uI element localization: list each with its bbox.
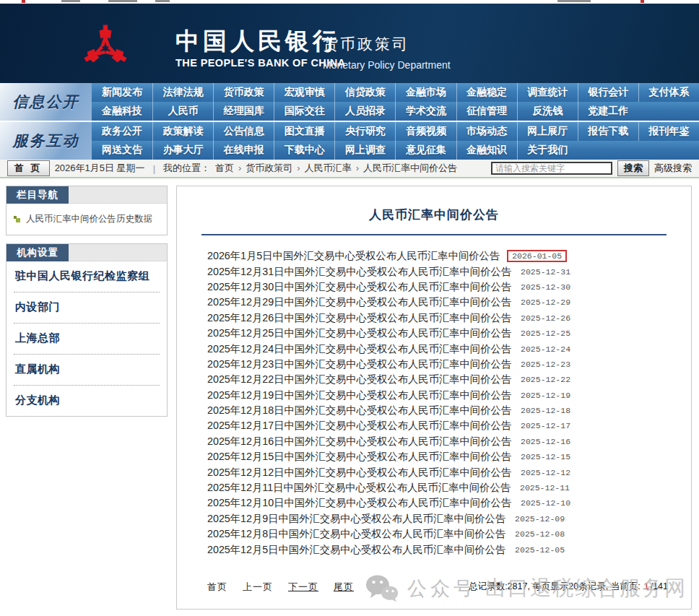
stats-text: 总记录数:2817, 每页显示20条记录, 当前页: [469,581,641,591]
menu-item[interactable]: 网上调查 [334,141,395,160]
breadcrumb-item[interactable]: 首页 [215,162,234,173]
sidebar-org-item[interactable]: 直属机构 [14,355,160,386]
site-header: 中国人民银行 THE PEOPLE'S BANK OF CHINA 货币政策司 … [0,4,699,83]
menu-item[interactable]: 网送文告 [92,141,152,160]
menu-row: 网送文告办事大厅在线申报下载中心网上调查意见征集金融知识关于我们 [92,141,699,160]
announcement-row: 2025年12月12日中国外汇交易中心受权公布人民币汇率中间价公告2025-12… [199,464,669,480]
menu-item[interactable]: 金融市场 [395,83,456,102]
current-page-number: 1 [644,581,649,591]
menu-item[interactable]: 音频视频 [395,122,456,141]
pagination-link[interactable]: 下一页 [288,581,318,592]
announcement-row: 2025年12月24日中国外汇交易中心受权公布人民币汇率中间价公告2025-12… [199,341,669,356]
menu-item[interactable]: 金融科技 [92,102,152,121]
announcement-link[interactable]: 2025年12月22日中国外汇交易中心受权公布人民币汇率中间价公告 [207,373,511,386]
menu-item[interactable]: 学术交流 [395,102,456,121]
menu-item[interactable]: 调查统计 [517,83,578,102]
announcement-link[interactable]: 2025年12月19日中国外汇交易中心受权公布人民币汇率中间价公告 [207,389,511,402]
menu-item[interactable]: 图文直播 [274,122,334,141]
announcement-link[interactable]: 2025年12月15日中国外汇交易中心受权公布人民币汇率中间价公告 [207,450,511,464]
home-button[interactable]: 首 页 [7,160,50,176]
announcement-link[interactable]: 2025年12月23日中国外汇交易中心受权公布人民币汇率中间价公告 [207,357,511,371]
menu-row: 政务公开政策解读公告信息图文直播央行研究音频视频市场动态网上展厅报告下载报刊年鉴 [92,122,699,141]
announcement-date: 2025-12-09 [515,514,565,524]
announcement-link[interactable]: 2025年12月5日中国外汇交易中心受权公布人民币汇率中间价公告 [207,543,505,557]
menu-item[interactable]: 政务公开 [92,122,152,141]
advanced-search-link[interactable]: 高级搜索 [654,162,692,175]
announcement-date: 2025-12-30 [521,282,570,292]
menu-item[interactable]: 法律法规 [152,83,213,102]
menu-item[interactable]: 宏观审慎 [274,83,334,102]
announcement-date: 2025-12-16 [521,437,570,446]
menu-group-label: 信息公开 [0,83,92,121]
menu-group-2: 服务互动政务公开政策解读公告信息图文直播央行研究音频视频市场动态网上展厅报告下载… [0,122,699,160]
menu-item[interactable]: 新闻发布 [92,83,152,102]
announcement-link[interactable]: 2025年12月8日中国外汇交易中心受权公布人民币汇率中间价公告 [207,527,505,541]
announcement-link[interactable]: 2025年12月10日中国外汇交易中心受权公布人民币汇率中间价公告 [207,496,511,510]
menu-item[interactable]: 人民币 [152,102,213,121]
clipped-red-icon [641,0,644,3]
announcement-row: 2025年12月15日中国外汇交易中心受权公布人民币汇率中间价公告2025-12… [199,449,669,464]
menu-item[interactable]: 市场动态 [456,122,517,141]
pagination-link[interactable]: 尾页 [334,581,354,592]
menu-item[interactable]: 货币政策 [213,83,274,102]
menu-item[interactable]: 报告下载 [578,122,638,141]
breadcrumb-item[interactable]: 人民币汇率 [305,162,352,173]
location-label: 我的位置： [163,162,210,175]
search-button[interactable]: 搜索 [617,160,649,176]
menu-item[interactable]: 金融知识 [456,141,517,160]
menu-item[interactable]: 金融稳定 [456,83,517,102]
announcement-link[interactable]: 2025年12月11日中国外汇交易中心受权公布人民币汇率中间价公告 [207,481,511,495]
menu-group-rows: 政务公开政策解读公告信息图文直播央行研究音频视频市场动态网上展厅报告下载报刊年鉴… [92,122,699,160]
sidebar-nav-title: 栏目导航 [6,186,69,204]
sidebar-org-item[interactable]: 内设部门 [14,292,160,324]
menu-item[interactable]: 信贷政策 [334,83,395,102]
announcement-link[interactable]: 2025年12月17日中国外汇交易中心受权公布人民币汇率中间价公告 [207,419,511,433]
sidebar-item-history-data[interactable]: 人民币汇率中间价公告历史数据 [6,204,167,235]
announcement-link[interactable]: 2025年12月30日中国外汇交易中心受权公布人民币汇率中间价公告 [207,280,511,294]
announcement-link[interactable]: 2025年12月24日中国外汇交易中心受权公布人民币汇率中间价公告 [207,342,511,356]
clipped-text-fragment [61,0,80,2]
announcement-date-highlighted: 2026-01-05 [507,250,567,262]
pagination-link[interactable]: 首页 [207,581,227,592]
sidebar-org-item[interactable]: 分支机构 [14,386,160,416]
menu-item[interactable]: 报刊年鉴 [638,122,699,141]
announcement-link[interactable]: 2025年12月25日中国外汇交易中心受权公布人民币汇率中间价公告 [207,326,511,340]
menu-item[interactable]: 人员招录 [334,102,395,121]
menu-item[interactable]: 在线申报 [213,141,274,160]
sidebar-org-item[interactable]: 驻中国人民银行纪检监察组 [14,261,160,292]
menu-item[interactable]: 公告信息 [213,122,274,141]
menu-item[interactable]: 关于我们 [517,141,578,160]
menu-item[interactable]: 办事大厅 [152,141,213,160]
menu-item[interactable]: 国际交往 [274,102,334,121]
menu-item[interactable]: 下载中心 [274,141,334,160]
record-stats: 总记录数:2817, 每页显示20条记录, 当前页:1/141 [469,581,668,593]
total-pages: /141 [651,581,668,591]
announcement-link[interactable]: 2025年12月16日中国外汇交易中心受权公布人民币汇率中间价公告 [207,435,511,448]
announcement-link[interactable]: 2025年12月26日中国外汇交易中心受权公布人民币汇率中间价公告 [207,311,511,325]
announcement-link[interactable]: 2025年12月18日中国外汇交易中心受权公布人民币汇率中间价公告 [207,404,511,417]
menu-item[interactable]: 经理国库 [213,102,274,121]
sidebar-org-list: 驻中国人民银行纪检监察组内设部门上海总部直属机构分支机构 [6,261,167,416]
announcement-link[interactable]: 2026年1月5日中国外汇交易中心受权公布人民币汇率中间价公告 [207,249,500,263]
announcement-link[interactable]: 2025年12月29日中国外汇交易中心受权公布人民币汇率中间价公告 [207,295,511,309]
announcement-link[interactable]: 2025年12月9日中国外汇交易中心受权公布人民币汇率中间价公告 [207,512,505,526]
menu-item[interactable]: 银行会计 [578,83,638,102]
menu-item[interactable]: 党建工作 [578,102,638,121]
department-name-cn: 货币政策司 [323,34,451,54]
sidebar-org-item[interactable]: 上海总部 [14,324,160,355]
menu-item[interactable]: 征信管理 [456,102,517,121]
pagination-link[interactable]: 上一页 [243,581,273,592]
menu-item[interactable]: 政策解读 [152,122,213,141]
page-title: 人民币汇率中间价公告 [199,207,669,223]
announcement-row: 2025年12月23日中国外汇交易中心受权公布人民币汇率中间价公告2025-12… [199,357,669,372]
menu-item[interactable]: 网上展厅 [517,122,578,141]
menu-item[interactable]: 反洗钱 [517,102,578,121]
breadcrumb-item[interactable]: 人民币汇率中间价公告 [363,162,457,173]
breadcrumb-item[interactable]: 货币政策司 [246,162,292,173]
menu-item[interactable]: 意见征集 [395,141,456,160]
search-input[interactable] [491,162,612,175]
menu-item[interactable]: 支付体系 [638,83,699,102]
announcement-link[interactable]: 2025年12月12日中国外汇交易中心受权公布人民币汇率中间价公告 [207,466,511,480]
menu-item[interactable]: 央行研究 [334,122,395,141]
announcement-link[interactable]: 2025年12月31日中国外汇交易中心受权公布人民币汇率中间价公告 [207,265,511,279]
